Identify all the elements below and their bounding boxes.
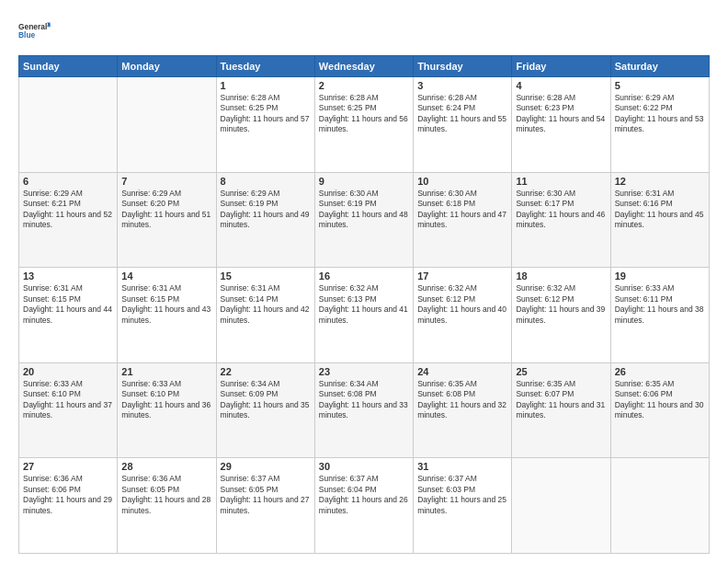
cell-content: Sunrise: 6:31 AMSunset: 6:14 PMDaylight:… (221, 283, 311, 326)
table-cell: 26Sunrise: 6:35 AMSunset: 6:06 PMDayligh… (610, 362, 709, 458)
table-cell: 18Sunrise: 6:32 AMSunset: 6:12 PMDayligh… (512, 268, 610, 363)
table-cell: 3Sunrise: 6:28 AMSunset: 6:24 PMDaylight… (414, 77, 512, 173)
cell-content: Sunrise: 6:29 AMSunset: 6:19 PMDaylight:… (221, 189, 311, 231)
day-number: 12 (615, 176, 705, 187)
table-cell (118, 77, 216, 173)
svg-marker-3 (47, 24, 51, 28)
table-cell: 31Sunrise: 6:37 AMSunset: 6:03 PMDayligh… (414, 458, 512, 554)
day-number: 24 (417, 366, 507, 377)
table-cell (19, 77, 118, 173)
table-cell: 12Sunrise: 6:31 AMSunset: 6:16 PMDayligh… (610, 172, 709, 268)
cell-content: Sunrise: 6:31 AMSunset: 6:16 PMDaylight:… (615, 189, 705, 231)
day-number: 2 (319, 80, 409, 91)
logo: General Blue (18, 15, 51, 48)
weekday-header-row: SundayMondayTuesdayWednesdayThursdayFrid… (19, 56, 710, 77)
day-number: 19 (615, 270, 705, 282)
table-cell: 24Sunrise: 6:35 AMSunset: 6:08 PMDayligh… (414, 362, 512, 458)
cell-content: Sunrise: 6:28 AMSunset: 6:23 PMDaylight:… (516, 93, 606, 135)
table-cell: 9Sunrise: 6:30 AMSunset: 6:19 PMDaylight… (314, 172, 413, 268)
cell-content: Sunrise: 6:34 AMSunset: 6:08 PMDaylight:… (319, 379, 409, 421)
day-number: 25 (516, 366, 606, 377)
header: General Blue (18, 15, 710, 48)
header-tuesday: Tuesday (216, 56, 314, 77)
cell-content: Sunrise: 6:32 AMSunset: 6:13 PMDaylight:… (319, 283, 409, 326)
day-number: 29 (221, 461, 311, 472)
cell-content: Sunrise: 6:33 AMSunset: 6:10 PMDaylight:… (23, 379, 113, 421)
header-saturday: Saturday (610, 56, 709, 77)
week-row-4: 20Sunrise: 6:33 AMSunset: 6:10 PMDayligh… (19, 362, 710, 458)
table-cell: 13Sunrise: 6:31 AMSunset: 6:15 PMDayligh… (19, 268, 118, 363)
calendar-body: 1Sunrise: 6:28 AMSunset: 6:25 PMDaylight… (19, 77, 710, 554)
cell-content: Sunrise: 6:32 AMSunset: 6:12 PMDaylight:… (417, 283, 507, 326)
cell-content: Sunrise: 6:35 AMSunset: 6:08 PMDaylight:… (417, 379, 507, 421)
table-cell: 22Sunrise: 6:34 AMSunset: 6:09 PMDayligh… (216, 362, 314, 458)
cell-content: Sunrise: 6:31 AMSunset: 6:15 PMDaylight:… (121, 283, 211, 326)
day-number: 4 (516, 80, 606, 91)
day-number: 6 (23, 176, 113, 187)
day-number: 30 (319, 461, 409, 472)
week-row-3: 13Sunrise: 6:31 AMSunset: 6:15 PMDayligh… (19, 268, 710, 363)
day-number: 10 (417, 176, 507, 187)
table-cell: 27Sunrise: 6:36 AMSunset: 6:06 PMDayligh… (19, 458, 118, 554)
day-number: 8 (221, 176, 311, 187)
cell-content: Sunrise: 6:29 AMSunset: 6:22 PMDaylight:… (615, 93, 705, 135)
cell-content: Sunrise: 6:29 AMSunset: 6:20 PMDaylight:… (121, 189, 211, 231)
day-number: 3 (417, 80, 507, 91)
week-row-5: 27Sunrise: 6:36 AMSunset: 6:06 PMDayligh… (19, 458, 710, 554)
table-cell: 23Sunrise: 6:34 AMSunset: 6:08 PMDayligh… (314, 362, 413, 458)
cell-content: Sunrise: 6:29 AMSunset: 6:21 PMDaylight:… (23, 189, 113, 231)
table-cell: 2Sunrise: 6:28 AMSunset: 6:25 PMDaylight… (314, 77, 413, 173)
day-number: 18 (516, 270, 606, 282)
day-number: 11 (516, 176, 606, 187)
table-cell: 16Sunrise: 6:32 AMSunset: 6:13 PMDayligh… (314, 268, 413, 363)
day-number: 28 (121, 461, 211, 472)
cell-content: Sunrise: 6:37 AMSunset: 6:04 PMDaylight:… (319, 474, 409, 516)
logo-svg: General Blue (18, 15, 51, 48)
table-cell: 17Sunrise: 6:32 AMSunset: 6:12 PMDayligh… (414, 268, 512, 363)
day-number: 26 (615, 366, 705, 377)
day-number: 5 (615, 80, 705, 91)
day-number: 15 (221, 270, 311, 282)
cell-content: Sunrise: 6:32 AMSunset: 6:12 PMDaylight:… (516, 283, 606, 326)
svg-text:Blue: Blue (18, 30, 36, 40)
cell-content: Sunrise: 6:30 AMSunset: 6:19 PMDaylight:… (319, 189, 409, 231)
cell-content: Sunrise: 6:33 AMSunset: 6:10 PMDaylight:… (121, 379, 211, 421)
day-number: 20 (23, 366, 113, 377)
day-number: 17 (417, 270, 507, 282)
header-friday: Friday (512, 56, 610, 77)
table-cell: 21Sunrise: 6:33 AMSunset: 6:10 PMDayligh… (118, 362, 216, 458)
cell-content: Sunrise: 6:36 AMSunset: 6:05 PMDaylight:… (121, 474, 211, 516)
header-monday: Monday (118, 56, 216, 77)
table-cell: 15Sunrise: 6:31 AMSunset: 6:14 PMDayligh… (216, 268, 314, 363)
day-number: 14 (121, 270, 211, 282)
table-cell: 1Sunrise: 6:28 AMSunset: 6:25 PMDaylight… (216, 77, 314, 173)
table-cell: 5Sunrise: 6:29 AMSunset: 6:22 PMDaylight… (610, 77, 709, 173)
week-row-1: 1Sunrise: 6:28 AMSunset: 6:25 PMDaylight… (19, 77, 710, 173)
cell-content: Sunrise: 6:36 AMSunset: 6:06 PMDaylight:… (23, 474, 113, 516)
table-cell: 7Sunrise: 6:29 AMSunset: 6:20 PMDaylight… (118, 172, 216, 268)
table-cell: 29Sunrise: 6:37 AMSunset: 6:05 PMDayligh… (216, 458, 314, 554)
table-cell (610, 458, 709, 554)
day-number: 22 (221, 366, 311, 377)
table-cell: 14Sunrise: 6:31 AMSunset: 6:15 PMDayligh… (118, 268, 216, 363)
table-cell: 4Sunrise: 6:28 AMSunset: 6:23 PMDaylight… (512, 77, 610, 173)
table-cell: 11Sunrise: 6:30 AMSunset: 6:17 PMDayligh… (512, 172, 610, 268)
page: General Blue SundayMondayTuesdayWednesda… (0, 0, 728, 563)
calendar-table: SundayMondayTuesdayWednesdayThursdayFrid… (18, 55, 710, 554)
cell-content: Sunrise: 6:28 AMSunset: 6:25 PMDaylight:… (319, 93, 409, 135)
cell-content: Sunrise: 6:35 AMSunset: 6:06 PMDaylight:… (615, 379, 705, 421)
week-row-2: 6Sunrise: 6:29 AMSunset: 6:21 PMDaylight… (19, 172, 710, 268)
day-number: 9 (319, 176, 409, 187)
day-number: 23 (319, 366, 409, 377)
table-cell: 6Sunrise: 6:29 AMSunset: 6:21 PMDaylight… (19, 172, 118, 268)
table-cell: 10Sunrise: 6:30 AMSunset: 6:18 PMDayligh… (414, 172, 512, 268)
cell-content: Sunrise: 6:35 AMSunset: 6:07 PMDaylight:… (516, 379, 606, 421)
cell-content: Sunrise: 6:34 AMSunset: 6:09 PMDaylight:… (221, 379, 311, 421)
header-sunday: Sunday (19, 56, 118, 77)
cell-content: Sunrise: 6:28 AMSunset: 6:25 PMDaylight:… (221, 93, 311, 135)
day-number: 1 (221, 80, 311, 91)
day-number: 27 (23, 461, 113, 472)
day-number: 31 (417, 461, 507, 472)
table-cell: 25Sunrise: 6:35 AMSunset: 6:07 PMDayligh… (512, 362, 610, 458)
day-number: 21 (121, 366, 211, 377)
